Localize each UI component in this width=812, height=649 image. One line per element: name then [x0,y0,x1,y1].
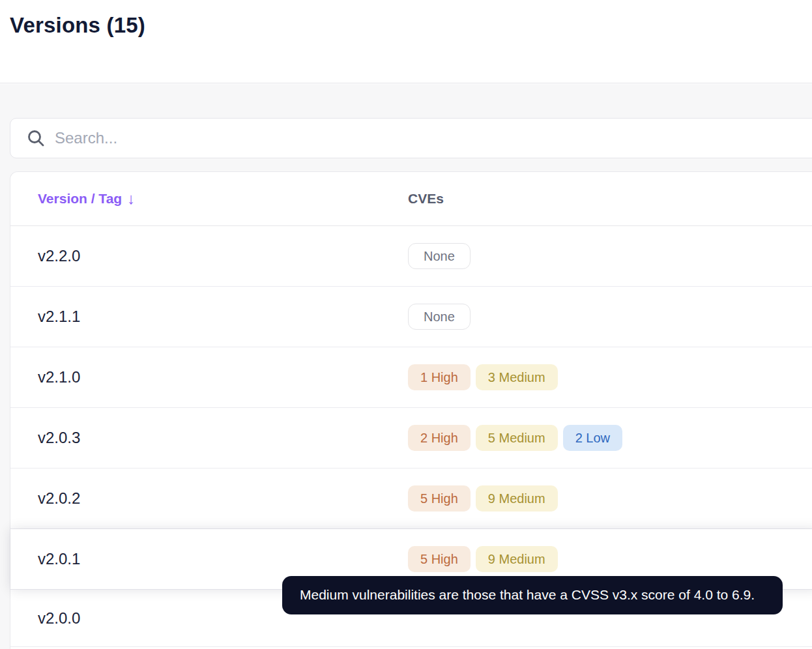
page-header: Versions (15) [0,0,812,83]
cve-badge-high[interactable]: 5 High [408,485,471,512]
cve-badge-medium[interactable]: 9 Medium [476,485,558,512]
search-icon [26,128,46,148]
table-row[interactable]: v2.1.1None [10,287,812,347]
table-header-row: Version / Tag ↓ CVEs [10,172,812,226]
version-label: v2.1.1 [38,308,408,326]
cves-cell: 5 High9 Medium [408,485,812,512]
column-header-version-tag[interactable]: Version / Tag ↓ [38,191,408,207]
search-input[interactable] [55,129,812,147]
cve-badge-medium[interactable]: 9 Medium [476,546,558,572]
cve-badge-high[interactable]: 2 High [408,425,471,451]
table-row[interactable]: v2.2.0None [10,226,812,287]
table-row[interactable]: v2.0.32 High5 Medium2 Low [10,408,812,469]
cve-badge-low[interactable]: 2 Low [563,425,622,451]
content-area: Version / Tag ↓ CVEs v2.2.0Nonev2.1.1Non… [0,84,812,649]
cves-cell: 1 High3 Medium [408,364,812,390]
cves-cell: 5 High9 Medium [408,546,812,572]
cve-badge-none[interactable]: None [408,304,471,330]
version-label: v2.2.0 [38,247,408,265]
version-label: v2.0.3 [38,429,408,447]
cve-badge-high[interactable]: 5 High [408,546,471,572]
version-label: v2.1.0 [38,368,408,386]
cves-cell: None [408,243,812,269]
table-row[interactable]: v2.0.25 High9 Medium [10,469,812,529]
cve-badge-high[interactable]: 1 High [408,364,471,390]
tooltip-text: Medium vulnerabilities are those that ha… [300,587,755,602]
cves-cell: None [408,304,812,330]
cve-badge-none[interactable]: None [408,243,471,269]
cves-cell: 2 High5 Medium2 Low [408,425,812,451]
table-row[interactable]: v2.1.01 High3 Medium [10,347,812,408]
arrow-down-icon: ↓ [127,191,135,207]
version-label: v2.0.2 [38,489,408,508]
versions-page: Versions (15) Version / Tag ↓ CVEs v2.2.… [0,0,812,649]
column-header-version-tag-label: Version / Tag [38,191,122,207]
search-box[interactable] [10,118,812,158]
version-label: v2.0.1 [38,550,408,568]
medium-cve-tooltip: Medium vulnerabilities are those that ha… [282,576,783,614]
cve-badge-medium[interactable]: 3 Medium [476,364,558,390]
column-header-cves: CVEs [408,191,812,207]
cve-badge-medium[interactable]: 5 Medium [476,425,558,451]
page-title: Versions (15) [10,13,802,38]
